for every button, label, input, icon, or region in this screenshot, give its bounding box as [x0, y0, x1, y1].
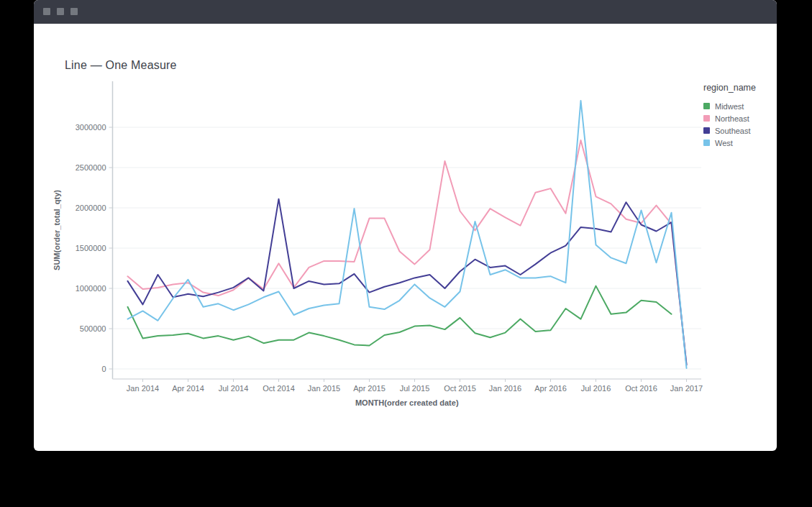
window-control-dot-icon[interactable] — [43, 8, 50, 15]
y-tick-label: 500000 — [80, 324, 106, 333]
legend-item-label: West — [715, 139, 733, 147]
y-tick-label: 2500000 — [76, 163, 106, 172]
legend-item-midwest[interactable]: Midwest — [703, 100, 775, 112]
x-tick-label: Jan 2016 — [489, 384, 521, 393]
series-line-southeast[interactable] — [128, 199, 687, 365]
legend-swatch-northeast-icon — [703, 115, 710, 122]
x-tick-label: Apr 2016 — [534, 384, 567, 393]
y-tick-label: 2000000 — [76, 204, 106, 212]
x-tick-label: Jan 2017 — [670, 384, 703, 393]
x-tick-label: Jan 2015 — [308, 384, 340, 393]
x-tick-label: Oct 2015 — [444, 384, 476, 393]
x-tick-label: Jan 2014 — [127, 384, 159, 393]
x-tick-label: Jul 2014 — [219, 384, 249, 393]
legend-swatch-midwest-icon — [703, 103, 710, 109]
screenshot-background: { "title": "Line — One Measure", "titleb… — [0, 0, 812, 507]
series-line-northeast[interactable] — [128, 140, 687, 364]
x-tick-label: Oct 2014 — [263, 384, 295, 393]
app-window: Line — One Measure 050000010000001500000… — [34, 0, 777, 451]
chart-legend: region_name Midwest Northeast Southeast … — [703, 83, 775, 149]
legend-item-west[interactable]: West — [703, 137, 775, 149]
legend-swatch-southeast-icon — [703, 127, 710, 134]
legend-title: region_name — [703, 83, 775, 93]
y-tick-label: 3000000 — [76, 123, 106, 132]
y-tick-label: 0 — [101, 365, 106, 373]
series-line-west[interactable] — [128, 101, 687, 368]
window-control-dot-icon[interactable] — [57, 8, 64, 15]
window-control-dot-icon[interactable] — [70, 8, 78, 15]
x-axis-title: MONTH(order created date) — [355, 398, 459, 407]
y-axis-title: SUM(order_total_qty) — [53, 190, 61, 270]
line-chart-plot[interactable]: 0500000100000015000002000000250000030000… — [34, 24, 777, 451]
legend-item-label: Southeast — [715, 127, 751, 135]
legend-swatch-west-icon — [703, 140, 710, 146]
x-tick-label: Oct 2016 — [625, 384, 657, 393]
x-tick-label: Jul 2015 — [400, 384, 430, 393]
legend-item-southeast[interactable]: Southeast — [703, 124, 775, 137]
x-tick-label: Jul 2016 — [581, 384, 611, 393]
y-tick-label: 1500000 — [76, 244, 106, 252]
x-tick-label: Apr 2014 — [172, 384, 204, 393]
legend-item-northeast[interactable]: Northeast — [703, 112, 775, 124]
legend-item-label: Northeast — [715, 114, 749, 123]
legend-item-label: Midwest — [715, 102, 744, 111]
window-titlebar — [34, 0, 777, 24]
x-tick-label: Apr 2015 — [353, 384, 386, 393]
y-tick-label: 1000000 — [76, 284, 106, 293]
